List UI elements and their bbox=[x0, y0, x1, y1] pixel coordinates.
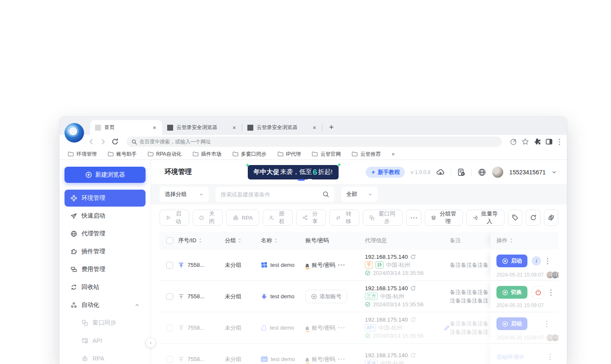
bookmark-item[interactable]: 多窗口同步 bbox=[233, 151, 266, 158]
forward-icon[interactable] bbox=[99, 138, 107, 146]
log-document-icon[interactable] bbox=[457, 168, 465, 176]
row-checkbox[interactable] bbox=[166, 262, 173, 269]
browser-menu-icon[interactable] bbox=[557, 137, 562, 147]
bookmark-item[interactable]: 账号助手 bbox=[108, 151, 137, 158]
row-menu-icon[interactable] bbox=[544, 319, 549, 329]
pin-top-icon[interactable] bbox=[178, 356, 184, 362]
tab-secure-browser-1[interactable]: 云登录安全浏览器 × bbox=[162, 120, 242, 135]
amazon-icon: a bbox=[306, 356, 309, 362]
account-more-icon[interactable] bbox=[338, 264, 345, 266]
refresh-icon[interactable] bbox=[410, 254, 416, 260]
group-manage-button[interactable]: 分组管理 bbox=[425, 210, 463, 226]
row-checkbox[interactable] bbox=[166, 293, 173, 300]
rpa-button[interactable]: RPA bbox=[226, 210, 259, 226]
row-checkbox[interactable] bbox=[166, 356, 173, 363]
extensions-icon[interactable] bbox=[533, 138, 541, 146]
tag-button[interactable] bbox=[508, 210, 522, 226]
reload-icon[interactable] bbox=[111, 138, 119, 146]
bookmarks-bar: 环境管理 账号助手 RPA自动化 插件市场 多窗口同步 IP代理 云登官网 云登… bbox=[59, 148, 567, 160]
linux-icon bbox=[261, 325, 267, 331]
side-panel-icon[interactable] bbox=[545, 138, 553, 146]
new-tab-button[interactable]: + bbox=[326, 122, 337, 133]
search-box[interactable] bbox=[216, 187, 334, 202]
tab-close-icon[interactable]: × bbox=[151, 124, 158, 131]
column-header-group[interactable]: 分组 bbox=[225, 237, 241, 244]
bookmarks-overflow[interactable]: » bbox=[392, 151, 395, 157]
settings-button[interactable] bbox=[544, 210, 558, 226]
sidebar-item-rpa[interactable]: RPA bbox=[64, 350, 146, 364]
refresh-icon[interactable] bbox=[410, 353, 416, 358]
user-avatar[interactable] bbox=[492, 167, 503, 178]
chevron-down-icon[interactable] bbox=[552, 170, 557, 175]
tab-close-icon[interactable]: × bbox=[311, 124, 318, 131]
search-icon bbox=[132, 139, 137, 145]
sidebar-item-billing[interactable]: 费用管理 bbox=[64, 261, 146, 278]
more-actions-button[interactable] bbox=[406, 210, 421, 226]
sidebar-item-plugins[interactable]: 插件管理 bbox=[64, 243, 146, 260]
sidebar-item-proxy[interactable]: 代理管理 bbox=[64, 225, 146, 242]
add-account-button[interactable]: 添加账号 bbox=[306, 290, 347, 303]
bookmark-item[interactable]: 插件市场 bbox=[193, 151, 221, 158]
sidebar-item-automation[interactable]: 自动化 bbox=[64, 297, 146, 314]
launch-button[interactable]: 启动 bbox=[496, 255, 527, 267]
refresh-icon[interactable] bbox=[410, 286, 416, 291]
switch-button[interactable]: 切换 bbox=[496, 286, 527, 299]
info-icon[interactable]: i bbox=[532, 256, 541, 266]
row-checkbox[interactable] bbox=[166, 325, 173, 331]
start-button[interactable]: 启动 bbox=[160, 210, 189, 226]
row-menu-icon[interactable] bbox=[549, 288, 553, 297]
page-header: 环境管理 年中大促来袭，低至6折起! 新手教程 v 1.0.0.8 bbox=[151, 160, 567, 184]
promo-banner[interactable]: 年中大促来袭，低至6折起! bbox=[248, 165, 339, 179]
row-menu-icon[interactable] bbox=[545, 256, 550, 266]
refresh-icon[interactable] bbox=[410, 317, 416, 322]
share-icon[interactable] bbox=[510, 138, 517, 146]
language-globe-icon[interactable] bbox=[478, 168, 486, 176]
group-select[interactable]: 选择分组 bbox=[160, 187, 209, 202]
power-off-button[interactable] bbox=[532, 286, 544, 299]
refresh-button[interactable] bbox=[526, 210, 540, 226]
edit-pencil-icon[interactable] bbox=[444, 325, 450, 331]
tutorial-button[interactable]: 新手教程 bbox=[366, 167, 405, 178]
transfer-button[interactable]: 转移 bbox=[329, 210, 359, 226]
account-more-icon[interactable] bbox=[338, 327, 345, 328]
pin-top-icon[interactable] bbox=[178, 325, 184, 331]
pin-top-icon[interactable] bbox=[178, 294, 184, 300]
column-header-action[interactable]: 操作 bbox=[496, 237, 513, 244]
filter-row: 选择分组 全部 bbox=[151, 184, 567, 204]
row-menu-icon[interactable] bbox=[548, 352, 552, 362]
search-input[interactable] bbox=[221, 191, 322, 198]
account-more-icon[interactable] bbox=[338, 358, 345, 360]
sidebar-item-api[interactable]: API bbox=[64, 332, 146, 349]
bookmark-item[interactable]: 环境管理 bbox=[68, 151, 97, 158]
back-icon[interactable] bbox=[87, 138, 95, 146]
sidebar-item-recycle-bin[interactable]: 回收站 bbox=[64, 279, 146, 296]
bookmark-item[interactable]: IP代理 bbox=[277, 151, 301, 158]
cloud-upload-icon[interactable] bbox=[436, 168, 445, 176]
bookmark-item[interactable]: 云登官网 bbox=[312, 151, 341, 158]
scope-select[interactable]: 全部 bbox=[341, 187, 378, 202]
new-browser-button[interactable]: 新建浏览器 bbox=[64, 167, 146, 183]
sidebar-item-environment[interactable]: 环境管理 bbox=[64, 190, 146, 207]
address-input[interactable] bbox=[140, 139, 497, 145]
pin-top-icon[interactable] bbox=[178, 262, 184, 268]
sidebar-item-window-sync[interactable]: 窗口同步 bbox=[64, 314, 146, 331]
column-header-name[interactable]: 名称 bbox=[261, 237, 277, 244]
sidebar-item-quick-launch[interactable]: 快速启动 bbox=[64, 207, 146, 224]
bookmark-star-icon[interactable] bbox=[521, 138, 529, 146]
tab-home[interactable]: 首页 × bbox=[90, 120, 162, 135]
launch-button[interactable]: 启动 bbox=[496, 317, 527, 330]
batch-import-button[interactable]: 批量导入 bbox=[466, 210, 504, 226]
tab-secure-browser-2[interactable]: 云登录安全浏览器 × bbox=[242, 120, 322, 135]
sidebar-collapse-handle[interactable]: ‹ bbox=[146, 338, 155, 347]
close-button[interactable]: 关闭 bbox=[193, 210, 222, 226]
window-sync-button[interactable]: 窗口同步 bbox=[363, 210, 403, 226]
authorize-button[interactable]: 授权 bbox=[263, 210, 293, 226]
bookmark-item[interactable]: 云登推荐 bbox=[352, 151, 381, 158]
bookmark-item[interactable]: RPA自动化 bbox=[148, 151, 182, 158]
address-bar[interactable] bbox=[126, 137, 502, 147]
share-button[interactable]: 分享 bbox=[296, 210, 326, 226]
select-all-checkbox[interactable] bbox=[166, 237, 173, 244]
search-icon[interactable] bbox=[322, 191, 329, 198]
column-header-id[interactable]: 序号/ID bbox=[178, 237, 202, 244]
tab-close-icon[interactable]: × bbox=[231, 124, 238, 131]
